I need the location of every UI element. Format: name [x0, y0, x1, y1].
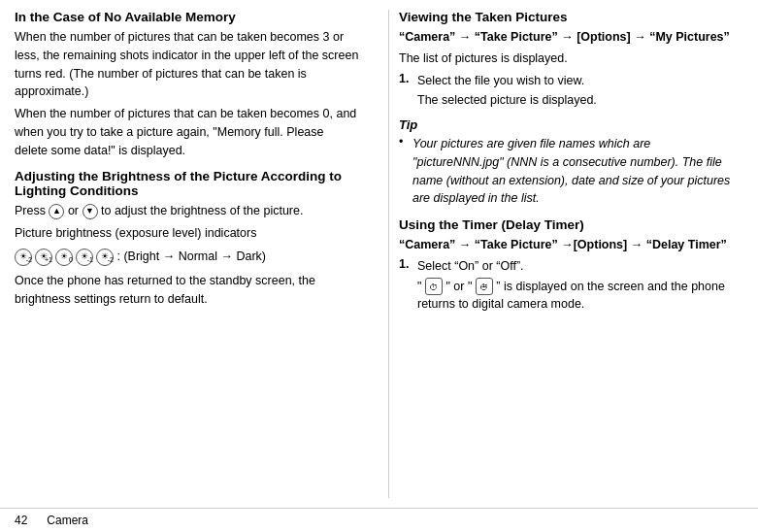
bullet-symbol: •	[399, 135, 409, 208]
right-section1-step1: 1. Select the file you wish to view. The…	[399, 72, 743, 113]
right-section1-path-text: “Camera” → “Take Picture” → [Options] → …	[399, 30, 730, 44]
left-section2-indicators-label: Picture brightness (exposure level) indi…	[15, 224, 359, 243]
right-section2-heading: Using the Timer (Delay Timer)	[399, 217, 743, 232]
right-section1-step1-result: The selected picture is displayed.	[417, 91, 597, 110]
nav-up-icon: ▲	[49, 204, 64, 219]
right-section1-path: “Camera” → “Take Picture” → [Options] → …	[399, 28, 743, 47]
right-section2-step1-text: Select “On” or “Off”.	[417, 257, 743, 276]
right-section2-step1-content: Select “On” or “Off”. " ⏱ " or " ⏱̶ ” is…	[417, 257, 743, 316]
left-section2-or-label: or	[68, 204, 82, 217]
nav-down-icon: ▼	[82, 204, 98, 219]
tip-bullet-item: • Your pictures are given file names whi…	[399, 135, 743, 208]
right-section2-path-text: “Camera” → “Take Picture” →[Options] → “…	[399, 238, 727, 251]
indicator-dark2: ☀-2	[96, 249, 114, 266]
timer-on-icon: ⏱	[425, 278, 443, 295]
footer-section-label: Camera	[47, 514, 88, 527]
brightness-indicators: ☀-2 ☀+1 ☀0 ☀-1 ☀-2	[15, 249, 114, 266]
result-quote1: "	[417, 280, 421, 293]
right-section2-step1: 1. Select “On” or “Off”. " ⏱ " or " ⏱̶ ”…	[399, 257, 743, 316]
indicator-dark1: ☀-1	[76, 249, 93, 266]
left-section2-press-label: Press	[15, 204, 49, 217]
right-section1-step1-num: 1.	[399, 72, 412, 113]
left-section2-heading: Adjusting the Brightness of the Picture …	[15, 169, 359, 198]
page-container: In the Case of No Available Memory When …	[0, 0, 758, 532]
left-section1-para1: When the number of pictures that can be …	[15, 28, 359, 101]
indicator-caption: : (Bright → Normal → Dark)	[116, 249, 266, 263]
tip-bullet-text: Your pictures are given file names which…	[412, 135, 743, 208]
indicator-bright: ☀-2	[15, 249, 32, 266]
result-or-text: " or "	[445, 280, 472, 293]
indicator-normal2: ☀0	[55, 249, 73, 266]
right-section2-path: “Camera” → “Take Picture” →[Options] → “…	[399, 236, 743, 254]
left-section2-indicators-row: ☀-2 ☀+1 ☀0 ☀-1 ☀-2 : (Bright → Norma	[15, 247, 359, 268]
left-section1-para2: When the number of pictures that can be …	[15, 105, 359, 159]
indicator-normal1: ☀+1	[35, 249, 52, 266]
right-section1-step1-text: Select the file you wish to view.	[417, 72, 597, 90]
footer-page-number: 42	[15, 514, 27, 527]
left-column: In the Case of No Available Memory When …	[15, 10, 369, 498]
left-section2-para2: Once the phone has returned to the stand…	[15, 272, 359, 309]
right-column: Viewing the Taken Pictures “Camera” → “T…	[388, 10, 743, 498]
right-section1-list-intro: The list of pictures is displayed.	[399, 50, 743, 68]
timer-off-icon: ⏱̶	[476, 278, 493, 295]
right-section2-step1-num: 1.	[399, 257, 412, 316]
left-section2-nav-para: Press ▲ or ▼ to adjust the brightness of…	[15, 202, 359, 220]
right-section1-heading: Viewing the Taken Pictures	[399, 10, 743, 24]
tip-heading: Tip	[399, 117, 743, 132]
right-section1-step1-content: Select the file you wish to view. The se…	[417, 72, 597, 113]
left-section2-para1-end: to adjust the brightness of the picture.	[101, 204, 303, 217]
content-area: In the Case of No Available Memory When …	[0, 0, 758, 508]
footer: 42 Camera	[0, 508, 758, 532]
left-section1-heading: In the Case of No Available Memory	[15, 10, 359, 24]
right-section2-step1-result: " ⏱ " or " ⏱̶ ” is displayed on the scre…	[417, 278, 743, 315]
